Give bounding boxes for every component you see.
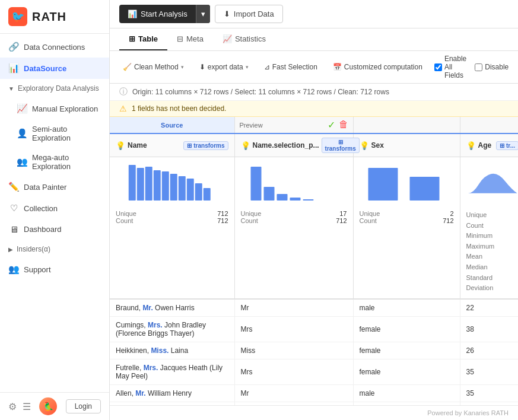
svg-rect-9	[204, 188, 211, 201]
sidebar-label-dashboard: Dashboard	[24, 225, 62, 234]
bulb-icon-age: 💡	[466, 141, 476, 150]
cell-sel-2: Miss	[234, 342, 353, 359]
bulb-icon-name: 💡	[116, 141, 125, 150]
disable-input[interactable]	[475, 63, 482, 71]
cell-age-1: 38	[460, 316, 518, 342]
tab-meta-label: Meta	[186, 34, 204, 43]
fast-selection-label: Fast Selection	[272, 63, 317, 71]
highlight-4: Mr.	[135, 389, 145, 397]
sidebar-item-collection[interactable]: ♡ Collection	[0, 198, 109, 219]
cell-sex-0: male	[353, 299, 460, 317]
cell-sex-1: female	[353, 316, 460, 342]
chart-age	[466, 162, 519, 203]
sidebar-bottom: ⚙ ☰ 🦜 Login	[0, 392, 109, 420]
cell-age-5: 54	[460, 402, 518, 405]
tab-statistics-label: Statistics	[235, 34, 266, 43]
exploratory-label: Exploratory Data Analysis	[18, 84, 99, 93]
sidebar-item-semi-auto[interactable]: 👤 Semi-auto Exploration	[0, 119, 109, 148]
enable-all-label: Enable All Fields	[444, 55, 466, 79]
info-icon: ⓘ	[119, 87, 128, 97]
sidebar-item-data-connections[interactable]: 🔗 Data Connections	[0, 36, 109, 58]
export-chevron: ▾	[246, 64, 249, 70]
sidebar-item-datasource[interactable]: 📊 DataSource	[0, 58, 109, 79]
col-label-age: Age	[478, 141, 492, 149]
info-bar: ⓘ Origin: 11 columns × 712 rows / Select…	[110, 84, 518, 101]
cell-sex-3: female	[353, 359, 460, 384]
stats-cell-name: Unique 712 Count 712	[110, 208, 234, 299]
download-icon: ⬇	[199, 63, 205, 71]
menu-icon[interactable]: ☰	[23, 401, 31, 412]
start-analysis-button[interactable]: 📊 Start Analysis ▾	[119, 5, 210, 23]
table-row: Futrelle, Mrs. Jacques Heath (Lily May P…	[110, 359, 518, 384]
col-header-name: 💡 Name ⊞ transforms	[110, 133, 234, 157]
tab-meta[interactable]: ⊟ Meta	[167, 28, 213, 50]
meta-tab-icon: ⊟	[177, 34, 183, 43]
svg-rect-8	[195, 183, 202, 201]
support-icon: 👥	[8, 264, 19, 275]
highlight-1: Mrs.	[148, 321, 163, 329]
stats-cell-name-sel: Unique 17 Count 712	[234, 208, 353, 299]
sidebar-section-insiders[interactable]: ▶ Insiders(α)	[0, 240, 109, 259]
cell-sex-4: male	[353, 384, 460, 402]
mega-auto-icon: 👥	[17, 157, 27, 167]
transforms-badge-age[interactable]: ⊞ tr...	[496, 141, 518, 150]
sidebar-item-dashboard[interactable]: 🖥 Dashboard	[0, 219, 109, 240]
clean-method-btn[interactable]: 🧹 Clean Method ▾	[119, 61, 188, 73]
login-button[interactable]: Login	[66, 399, 101, 413]
stat-count-label-sel: Count	[241, 217, 258, 224]
import-icon: ⬇	[224, 9, 230, 18]
warning-icon: ⚠	[119, 104, 127, 113]
export-data-btn[interactable]: ⬇ export data ▾	[196, 61, 252, 73]
sidebar-label-datasource: DataSource	[24, 64, 66, 73]
sidebar-item-support[interactable]: 👥 Support	[0, 259, 109, 280]
logo-area: 🐦 RATH	[0, 0, 109, 34]
cell-name-0: Braund, Mr. Owen Harris	[110, 299, 234, 317]
stat-unique-label: Unique	[116, 210, 136, 217]
sidebar-item-manual[interactable]: 📈 Manual Exploration	[0, 98, 109, 119]
sidebar-label-semi-auto: Semi-auto Exploration	[32, 125, 101, 142]
preview-header: Preview ✓ 🗑	[234, 117, 353, 133]
stat-unique-val: 712	[217, 210, 228, 217]
source-header: Source	[110, 117, 234, 133]
age-stats-list: UniqueCountMinimumMaximumMeanMedianStand…	[466, 210, 519, 294]
sidebar-item-mega-auto[interactable]: 👥 Mega-auto Exploration	[0, 148, 109, 176]
stats-cell-age: UniqueCountMinimumMaximumMeanMedianStand…	[460, 208, 518, 299]
dropdown-arrow[interactable]: ▾	[196, 5, 210, 23]
table-area: Source Preview ✓ 🗑	[110, 117, 518, 405]
tab-table-label: Table	[138, 34, 158, 43]
transforms-badge-name[interactable]: ⊞ transforms	[183, 141, 228, 150]
chart-row	[110, 157, 518, 208]
clean-method-chevron: ▾	[181, 64, 184, 70]
svg-rect-14	[303, 199, 313, 201]
col-header-sex: 💡 Sex	[353, 133, 460, 157]
sidebar-item-data-painter[interactable]: ✏️ Data Painter	[0, 176, 109, 198]
sidebar-section-exploratory[interactable]: ▼ Exploratory Data Analysis	[0, 79, 109, 98]
warning-bar: ⚠ 1 fields has not been decided.	[110, 101, 518, 117]
tab-table[interactable]: ⊞ Table	[119, 28, 167, 50]
settings-icon[interactable]: ⚙	[8, 401, 17, 412]
cell-age-2: 26	[460, 342, 518, 359]
footer-text: Powered by Kanaries RATH	[427, 409, 509, 416]
highlight-3: Mrs.	[144, 364, 158, 372]
tab-statistics[interactable]: 📈 Statistics	[213, 28, 275, 50]
table-tab-icon: ⊞	[129, 34, 135, 43]
sidebar-bottom-icons: ⚙ ☰	[8, 401, 31, 412]
preview-delete-icon[interactable]: 🗑	[339, 119, 348, 131]
disable-checkbox[interactable]: Disable	[475, 63, 509, 71]
customized-label: Customized computation	[344, 63, 422, 71]
svg-rect-0	[129, 165, 136, 201]
stat-unique-val-sel: 17	[339, 210, 347, 217]
customized-btn[interactable]: 📅 Customized computation	[329, 61, 426, 73]
preview-confirm-icon[interactable]: ✓	[328, 119, 335, 131]
enable-all-checkbox[interactable]: Enable All Fields	[434, 55, 466, 79]
enable-all-input[interactable]	[434, 63, 442, 71]
stat-unique-val-sex: 2	[450, 210, 453, 217]
col-header-age: 💡 Age ⊞ tr...	[460, 133, 518, 157]
stat-unique-label-sex: Unique	[360, 210, 380, 217]
fast-selection-btn[interactable]: ⊿ Fast Selection	[260, 61, 321, 73]
cell-sex-2: female	[353, 342, 460, 359]
import-data-button[interactable]: ⬇ Import Data	[215, 5, 283, 23]
sidebar-label-mega-auto: Mega-auto Exploration	[32, 153, 101, 171]
transforms-badge-sel[interactable]: ⊞ transforms	[322, 138, 360, 153]
source-preview-header-row: Source Preview ✓ 🗑	[110, 117, 518, 133]
